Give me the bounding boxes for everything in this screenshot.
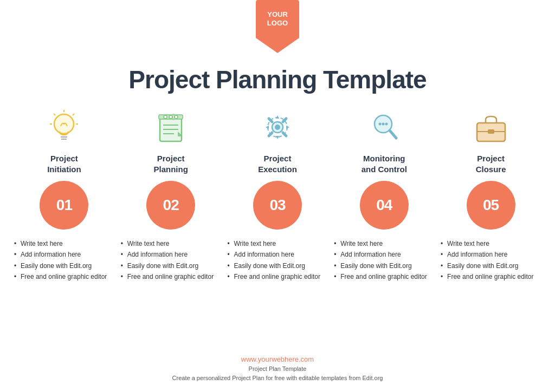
bulb-icon	[42, 106, 86, 149]
bullet-item: Write text here	[334, 238, 434, 249]
bullet-item: Easily done with Edit.org	[121, 260, 221, 271]
bullet-item: Write text here	[441, 238, 541, 249]
logo-text-2: LOGO	[267, 19, 288, 28]
step-4-label: Monitoring and Control	[362, 153, 407, 174]
bullet-item: Write text here	[227, 238, 327, 249]
svg-point-23	[385, 123, 388, 126]
svg-line-4	[54, 114, 55, 115]
bullet-item: Free and online graphic editor	[334, 271, 434, 282]
step-4: Monitoring and Control 04 Write text her…	[334, 106, 434, 283]
svg-point-22	[382, 123, 384, 126]
bullet-item: Add information here	[227, 249, 327, 260]
step-2: Project Planning 02 Write text here Add …	[121, 106, 221, 283]
step-5-number-text: 05	[483, 197, 499, 214]
step-4-bullets: Write text here Add information here Eas…	[334, 238, 434, 283]
step-5: Project Closure 05 Write text here Add i…	[441, 106, 541, 283]
bullet-item: Easily done with Edit.org	[227, 260, 327, 271]
svg-point-10	[164, 115, 167, 119]
svg-point-12	[175, 115, 178, 119]
step-1: Project Initiation 01 Write text here Ad…	[14, 106, 114, 283]
bullet-item: Write text here	[121, 238, 221, 249]
step-3-number: 03	[253, 181, 302, 230]
bullet-item: Free and online graphic editor	[121, 271, 221, 282]
step-1-label: Project Initiation	[47, 153, 81, 174]
briefcase-icon	[469, 106, 513, 149]
logo-chevron	[256, 38, 299, 53]
footer-url: www.yourwebhere.com	[0, 355, 555, 363]
page-title: Project Planning Template	[0, 65, 555, 94]
bullet-item: Add information here	[441, 249, 541, 260]
svg-line-5	[73, 114, 74, 115]
logo-text: YOUR	[267, 10, 288, 19]
step-2-label: Project Planning	[154, 153, 188, 174]
step-1-bullets: Write text here Add information here Eas…	[14, 238, 114, 283]
step-4-number: 04	[360, 181, 409, 230]
step-2-bullets: Write text here Add information here Eas…	[121, 238, 221, 283]
magnify-icon	[363, 106, 406, 149]
step-3-bullets: Write text here Add information here Eas…	[227, 238, 327, 283]
bullet-item: Easily done with Edit.org	[441, 260, 541, 271]
step-2-number-text: 02	[163, 197, 179, 214]
svg-point-18	[275, 125, 280, 130]
gear-icon	[256, 106, 299, 149]
bullet-item: Free and online graphic editor	[14, 271, 114, 282]
bullet-item: Free and online graphic editor	[441, 271, 541, 282]
step-3: Project Execution 03 Write text here Add…	[227, 106, 327, 283]
footer-line2: Create a personalized Project Plan for f…	[0, 374, 555, 383]
step-1-number-text: 01	[56, 197, 72, 214]
svg-point-21	[378, 123, 381, 126]
bullet-item: Free and online graphic editor	[227, 271, 327, 282]
step-5-bullets: Write text here Add information here Eas…	[441, 238, 541, 283]
svg-line-20	[390, 130, 396, 138]
svg-point-11	[169, 115, 172, 119]
logo-banner: YOUR LOGO	[256, 0, 299, 53]
bullet-item: Add information here	[121, 249, 221, 260]
footer-line1: Project Plan Template	[0, 364, 555, 374]
step-5-label: Project Closure	[476, 153, 506, 174]
bullet-item: Add information here	[14, 249, 114, 260]
footer: www.yourwebhere.com Project Plan Templat…	[0, 355, 555, 383]
bullet-item: Easily done with Edit.org	[334, 260, 434, 271]
notepad-icon	[149, 106, 192, 149]
step-5-number: 05	[467, 181, 515, 230]
step-2-number: 02	[146, 181, 195, 230]
bullet-item: Write text here	[14, 238, 114, 249]
step-4-number-text: 04	[376, 197, 392, 214]
bullet-item: Easily done with Edit.org	[14, 260, 114, 271]
step-3-label: Project Execution	[258, 153, 297, 174]
bullet-item: Add information here	[334, 249, 434, 260]
step-1-number: 01	[40, 181, 88, 230]
logo-square: YOUR LOGO	[256, 0, 299, 38]
step-3-number-text: 03	[269, 197, 285, 214]
steps-container: Project Initiation 01 Write text here Ad…	[11, 106, 544, 283]
